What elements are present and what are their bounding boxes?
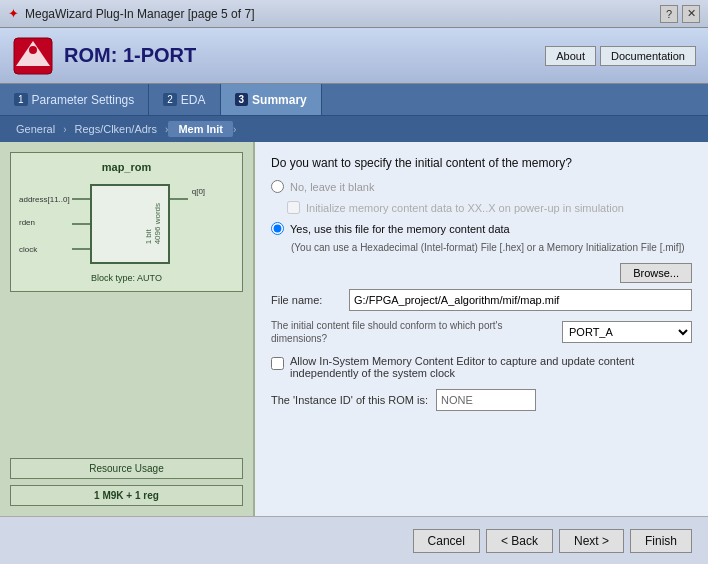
block-inner-label: 1 bit4096 words	[144, 203, 162, 244]
tab-parameter-settings[interactable]: 1 Parameter Settings	[0, 84, 149, 115]
radio-no[interactable]	[271, 180, 284, 193]
instance-row: The 'Instance ID' of this ROM is:	[271, 389, 692, 411]
resource-label: Resource Usage	[10, 458, 243, 479]
breadcrumb-meminit[interactable]: Mem Init	[168, 121, 233, 137]
block-type: Block type: AUTO	[19, 273, 234, 283]
svg-point-2	[29, 46, 37, 54]
breadcrumb-general[interactable]: General	[8, 123, 63, 135]
checkbox-init-label: Initialize memory content data to XX..X …	[306, 202, 624, 214]
radio-yes-option[interactable]: Yes, use this file for the memory conten…	[271, 222, 692, 235]
tab-summary[interactable]: 3 Summary	[221, 84, 322, 115]
back-button[interactable]: < Back	[486, 529, 553, 553]
port-select[interactable]: PORT_A PORT_B	[562, 321, 692, 343]
tab-num-2: 2	[163, 93, 177, 106]
right-panel: Do you want to specify the initial conte…	[255, 142, 708, 516]
right-wire	[170, 184, 188, 264]
titlebar-controls: ? ✕	[660, 5, 700, 23]
tab-label-1: Parameter Settings	[32, 93, 135, 107]
radio-no-option[interactable]: No, leave it blank	[271, 180, 692, 193]
titlebar: ✦ MegaWizard Plug-In Manager [page 5 of …	[0, 0, 708, 28]
allow-editor-row: Allow In-System Memory Content Editor to…	[271, 355, 692, 379]
wizard-icon: ✦	[8, 6, 19, 21]
radio-yes[interactable]	[271, 222, 284, 235]
block-diagram: map_rom address[11..0] rden clock 1 bi	[10, 152, 243, 292]
instance-input[interactable]	[436, 389, 536, 411]
tab-label-3: Summary	[252, 93, 307, 107]
radio-yes-label: Yes, use this file for the memory conten…	[290, 223, 510, 235]
instance-label: The 'Instance ID' of this ROM is:	[271, 394, 428, 406]
left-wires	[72, 184, 90, 264]
about-button[interactable]: About	[545, 46, 596, 66]
resource-section: Resource Usage 1 M9K + 1 reg	[10, 452, 243, 506]
bottom-bar: Cancel < Back Next > Finish	[0, 516, 708, 564]
section-title: Do you want to specify the initial conte…	[271, 156, 692, 170]
browse-row: Browse...	[271, 263, 692, 283]
allow-editor-label: Allow In-System Memory Content Editor to…	[290, 355, 692, 379]
documentation-button[interactable]: Documentation	[600, 46, 696, 66]
checkbox-init[interactable]	[287, 201, 300, 214]
breadcrumb-regs-label: Regs/Clken/Adrs	[74, 123, 157, 135]
pin-q: q[0]	[192, 187, 205, 196]
titlebar-left: ✦ MegaWizard Plug-In Manager [page 5 of …	[8, 6, 254, 21]
port-label: The initial content file should conform …	[271, 319, 554, 345]
next-button[interactable]: Next >	[559, 529, 624, 553]
tab-num-1: 1	[14, 93, 28, 106]
header-title: ROM: 1-PORT	[64, 44, 196, 67]
close-button[interactable]: ✕	[682, 5, 700, 23]
file-name-input[interactable]	[349, 289, 692, 311]
left-panel: map_rom address[11..0] rden clock 1 bi	[0, 142, 255, 516]
checkbox-init-option: Initialize memory content data to XX..X …	[287, 201, 692, 214]
help-button[interactable]: ?	[660, 5, 678, 23]
breadcrumb-general-label: General	[16, 123, 55, 135]
tab-label-2: EDA	[181, 93, 206, 107]
radio-no-label: No, leave it blank	[290, 181, 374, 193]
hint-text: (You can use a Hexadecimal (Intel-format…	[291, 241, 692, 255]
breadcrumb-meminit-label: Mem Init	[178, 123, 223, 135]
breadcrumb-arrow-3: ›	[233, 124, 236, 135]
breadcrumb-regs[interactable]: Regs/Clken/Adrs	[66, 123, 165, 135]
cancel-button[interactable]: Cancel	[413, 529, 480, 553]
header-buttons: About Documentation	[545, 46, 696, 66]
pin-clock: clock	[19, 245, 70, 254]
resource-value: 1 M9K + 1 reg	[10, 485, 243, 506]
bottom-buttons: Cancel < Back Next > Finish	[413, 529, 692, 553]
tab-num-3: 3	[235, 93, 249, 106]
block-body: address[11..0] rden clock 1 bit4096 word…	[19, 179, 234, 269]
block-box: 1 bit4096 words	[90, 184, 170, 264]
block-title: map_rom	[19, 161, 234, 173]
header-banner: ROM: 1-PORT About Documentation	[0, 28, 708, 84]
pins-left: address[11..0] rden clock	[19, 195, 70, 254]
pin-address: address[11..0]	[19, 195, 70, 204]
breadcrumb-row: General › Regs/Clken/Adrs › Mem Init ›	[0, 116, 708, 142]
titlebar-title: MegaWizard Plug-In Manager [page 5 of 7]	[25, 7, 254, 21]
finish-button[interactable]: Finish	[630, 529, 692, 553]
pin-rden: rden	[19, 218, 70, 227]
altera-logo	[12, 36, 54, 76]
main-content: map_rom address[11..0] rden clock 1 bi	[0, 142, 708, 516]
port-row: The initial content file should conform …	[271, 319, 692, 345]
file-name-label: File name:	[271, 294, 341, 306]
tabs-row: 1 Parameter Settings 2 EDA 3 Summary	[0, 84, 708, 116]
file-name-row: File name:	[271, 289, 692, 311]
allow-editor-checkbox[interactable]	[271, 357, 284, 370]
header-left: ROM: 1-PORT	[12, 36, 196, 76]
browse-button[interactable]: Browse...	[620, 263, 692, 283]
tab-eda[interactable]: 2 EDA	[149, 84, 220, 115]
